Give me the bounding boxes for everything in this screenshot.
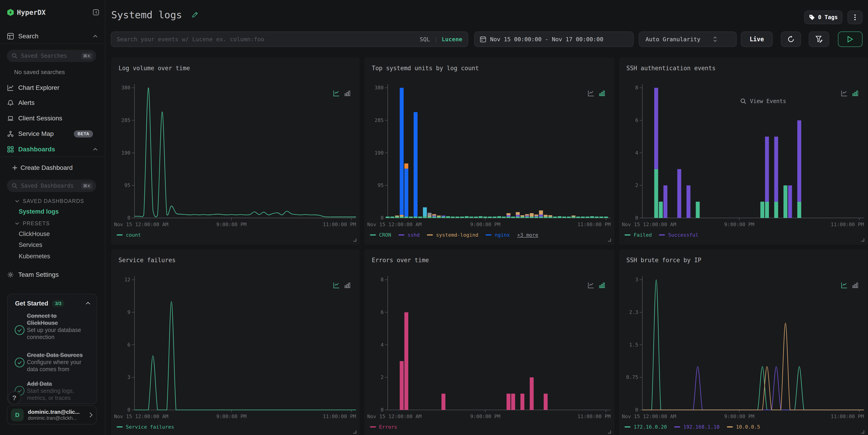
sidebar-item-client-sessions[interactable]: Client Sessions (0, 113, 105, 124)
line-view-icon[interactable] (841, 90, 847, 98)
panel-log-volume-over-time: Log volume over time 095190285380Nov 15 … (111, 58, 360, 245)
checklist-item-3[interactable]: Add Data Start sending logs, metrics, or… (27, 380, 74, 402)
bar-view-icon[interactable] (852, 282, 859, 290)
svg-text:3: 3 (127, 374, 130, 380)
chart-view-toggle (841, 282, 859, 290)
tags-button[interactable]: 0 Tags (804, 10, 842, 24)
edit-title-icon[interactable] (191, 11, 198, 18)
refresh-icon (787, 36, 795, 43)
bar-view-icon[interactable] (599, 90, 605, 98)
bar-view-icon[interactable] (852, 90, 859, 98)
bar-view-icon[interactable] (344, 90, 350, 98)
legend-item[interactable]: 10.0.0.5 (727, 424, 760, 430)
sidebar-item-search[interactable]: Search (0, 31, 105, 41)
chevron-down-icon (15, 200, 19, 203)
play-button[interactable] (838, 31, 863, 47)
granularity-select[interactable]: Auto Granularity (639, 31, 737, 47)
language-toggle[interactable]: SQL | Lucene (420, 36, 462, 43)
legend-item[interactable]: systemd-logind (427, 232, 478, 238)
line-view-icon[interactable] (841, 282, 847, 290)
saved-searches-kbd: ⌘K (81, 53, 93, 59)
svg-text:0.75: 0.75 (626, 374, 638, 380)
svg-text:9:00:00 PM: 9:00:00 PM (216, 222, 246, 227)
app: HyperDX Search Saved Searches ⌘K No save… (0, 0, 868, 435)
legend-item[interactable]: Successful (659, 232, 698, 238)
legend-item[interactable]: 192.168.1.10 (674, 424, 720, 430)
dashboards-icon (7, 146, 14, 153)
search-input[interactable]: Search your events w/ Lucene ex. column:… (111, 31, 468, 47)
svg-text:0: 0 (127, 407, 130, 413)
chart-plot: 00.751.52.33Nov 15 12:00:00 AM9:00:00 PM… (619, 249, 868, 435)
svg-text:4: 4 (381, 342, 383, 348)
legend-item[interactable]: count (117, 232, 141, 238)
preset-item-services[interactable]: Services (0, 241, 105, 249)
chart-view-toggle (841, 90, 859, 98)
sidebar-item-team-settings[interactable]: Team Settings (0, 270, 105, 280)
bar-view-icon[interactable] (599, 282, 605, 290)
line-view-icon[interactable] (333, 282, 340, 290)
svg-text:0: 0 (381, 215, 383, 221)
svg-text:380: 380 (374, 85, 383, 91)
sidebar-item-dashboards[interactable]: Dashboards (0, 144, 105, 155)
lucene-option[interactable]: Lucene (442, 36, 462, 43)
svg-text:285: 285 (374, 117, 383, 123)
create-dashboard-button[interactable]: Create Dashboard (0, 163, 105, 173)
svg-text:Nov 15 12:00:00 AM: Nov 15 12:00:00 AM (114, 222, 168, 227)
line-view-icon[interactable] (588, 282, 594, 290)
sql-option[interactable]: SQL (420, 36, 430, 43)
sidebar-item-service-map[interactable]: Service Map BETA (0, 129, 105, 139)
kebab-icon (854, 14, 856, 21)
collapse-sidebar-icon[interactable] (93, 9, 99, 15)
more-options-button[interactable] (847, 10, 863, 24)
chart-view-toggle (588, 282, 605, 290)
user-menu[interactable]: D dominic.tran@clic... dominic.tran@clic… (7, 405, 97, 425)
svg-text:0: 0 (127, 215, 130, 221)
preset-item-kubernetes[interactable]: Kubernetes (0, 253, 105, 260)
get-started-title: Get Started (15, 300, 48, 307)
no-saved-searches: No saved searches (0, 68, 105, 76)
chart-legend: FailedSuccessful (625, 232, 699, 238)
calendar-icon (480, 36, 486, 42)
check-circle-icon (14, 325, 25, 337)
sidebar-item-chart-explorer[interactable]: Chart Explorer (0, 83, 105, 93)
dashboard-item-systemd-logs[interactable]: Systemd logs (0, 208, 105, 215)
refresh-button[interactable] (781, 31, 801, 47)
legend-item[interactable]: Failed (625, 232, 652, 238)
line-view-icon[interactable] (333, 90, 340, 98)
legend-item[interactable]: Errors (370, 424, 397, 430)
line-view-icon[interactable] (588, 90, 594, 98)
legend-item[interactable]: CRON (370, 232, 391, 238)
legend-more-link[interactable]: +3 more (517, 232, 538, 238)
checklist-item-1[interactable]: Connect to ClickHouse Set up your databa… (27, 312, 81, 341)
chevron-up-icon[interactable] (86, 302, 90, 305)
date-range-input[interactable]: Nov 15 00:00:00 - Nov 17 00:00:00 (474, 31, 634, 47)
section-saved-dashboards[interactable]: SAVED DASHBOARDS (0, 197, 105, 205)
chevron-up-icon[interactable] (93, 35, 98, 38)
filter-button[interactable] (809, 31, 829, 47)
svg-text:4: 4 (635, 150, 638, 156)
svg-text:380: 380 (121, 85, 130, 91)
svg-text:95: 95 (124, 182, 131, 188)
saved-searches-input[interactable]: Saved Searches ⌘K (7, 50, 96, 62)
checklist-item-2[interactable]: Create Data Sources Configure where your… (27, 351, 83, 373)
chart-title: Service failures (119, 257, 176, 263)
svg-text:190: 190 (374, 150, 383, 156)
search-placeholder: Search your events w/ Lucene ex. column:… (117, 36, 420, 43)
chart-legend: 172.16.0.20192.168.1.1010.0.0.5 (625, 424, 760, 430)
tag-icon (809, 14, 815, 20)
live-button[interactable]: Live (741, 31, 773, 47)
legend-item[interactable]: nginx (486, 232, 510, 238)
bar-view-icon[interactable] (344, 282, 350, 290)
saved-dashboards-input[interactable]: Saved Dashboards ⌘K (7, 180, 96, 192)
chevron-up-icon[interactable] (93, 148, 98, 151)
preset-item-clickhouse[interactable]: ClickHouse (0, 230, 105, 238)
legend-item[interactable]: 172.16.0.20 (625, 424, 667, 430)
legend-item[interactable]: Service failures (117, 424, 174, 430)
sidebar-item-label: Client Sessions (18, 115, 62, 122)
get-started-progress: 3/3 (52, 300, 65, 307)
view-events-link[interactable]: View Events (740, 98, 786, 104)
section-presets[interactable]: PRESETS (0, 220, 105, 227)
help-button[interactable]: ? (8, 391, 21, 404)
sidebar-item-alerts[interactable]: Alerts (0, 98, 105, 108)
legend-item[interactable]: sshd (398, 232, 420, 238)
